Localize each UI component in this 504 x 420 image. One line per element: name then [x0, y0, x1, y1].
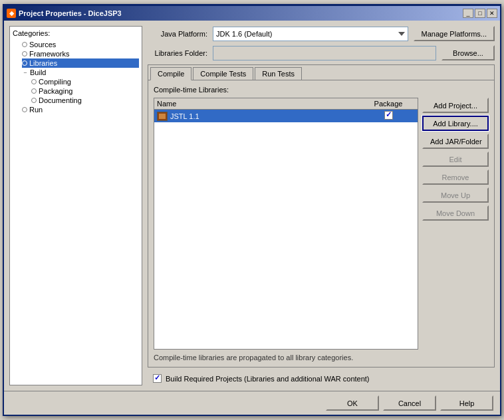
column-name: Name — [157, 100, 362, 108]
compile-time-label: Compile-time Libraries: — [154, 86, 489, 94]
library-panel: Name Package JSTL 1.1 — [154, 98, 489, 350]
tab-compile[interactable]: Compile — [150, 67, 191, 80]
row-name: JSTL 1.1 — [157, 112, 362, 121]
minimize-button[interactable]: _ — [463, 9, 473, 18]
sidebar-item-libraries-label: Libraries — [29, 59, 57, 67]
tab-run-tests[interactable]: Run Tests — [255, 67, 302, 80]
sidebar-item-documenting[interactable]: Documenting — [31, 96, 139, 105]
package-checkbox[interactable] — [384, 111, 393, 120]
table-body: JSTL 1.1 — [154, 110, 418, 349]
sidebar-item-sources[interactable]: Sources — [22, 40, 139, 49]
bullet-icon — [22, 60, 27, 66]
sidebar-item-frameworks-label: Frameworks — [29, 50, 70, 58]
sidebar-item-packaging-label: Packaging — [39, 87, 72, 95]
bullet-icon — [22, 107, 27, 112]
tabs-container: Compile Compile Tests Run Tests Compile-… — [148, 64, 495, 368]
titlebar: ◆ Project Properties - DiceJSP3 _ □ ✕ — [4, 6, 500, 21]
build-required-label: Build Required Projects (Libraries and a… — [166, 375, 370, 383]
folder-label: Libraries Folder: — [148, 49, 207, 57]
sidebar-item-sources-label: Sources — [29, 41, 56, 49]
ok-button[interactable]: OK — [326, 395, 379, 411]
library-buttons: Add Project... Add Library.... Add JAR/F… — [422, 98, 489, 350]
sidebar-item-documenting-label: Documenting — [39, 96, 82, 104]
cancel-button[interactable]: Cancel — [383, 395, 436, 411]
browse-button[interactable]: Browse... — [441, 45, 495, 60]
platform-row: Java Platform: JDK 1.6 (Default) Manage … — [148, 26, 495, 41]
sidebar-item-libraries[interactable]: Libraries — [22, 58, 139, 68]
tab-compile-tests[interactable]: Compile Tests — [193, 67, 253, 80]
manage-platforms-button[interactable]: Manage Platforms... — [414, 26, 495, 41]
bullet-icon — [22, 51, 27, 56]
titlebar-buttons: _ □ ✕ — [463, 9, 497, 18]
sidebar-item-run[interactable]: Run — [22, 105, 139, 114]
add-library-button[interactable]: Add Library.... — [422, 116, 489, 131]
main-panel: Java Platform: JDK 1.6 (Default) Manage … — [148, 26, 495, 385]
main-window: ◆ Project Properties - DiceJSP3 _ □ ✕ Ca… — [3, 4, 501, 416]
sidebar-item-build[interactable]: − Build — [22, 68, 139, 77]
column-package: Package — [362, 100, 415, 108]
add-project-button[interactable]: Add Project... — [422, 98, 489, 113]
bullet-icon — [22, 42, 27, 47]
close-button[interactable]: ✕ — [487, 9, 497, 18]
remove-button[interactable]: Remove — [422, 169, 489, 185]
sidebar-item-build-label: Build — [30, 68, 46, 76]
maximize-button[interactable]: □ — [475, 9, 485, 18]
sidebar-item-compiling-label: Compiling — [39, 78, 71, 86]
build-required-row: Build Required Projects (Libraries and a… — [148, 371, 495, 385]
window-icon: ◆ — [7, 9, 16, 18]
bottom-bar: OK Cancel Help — [4, 391, 500, 415]
folder-input[interactable] — [213, 46, 436, 60]
folder-row: Libraries Folder: Browse... — [148, 45, 495, 60]
sidebar: Categories: Sources Frameworks Libraries… — [9, 26, 142, 385]
build-required-checkbox[interactable] — [153, 374, 162, 383]
sidebar-item-compiling[interactable]: Compiling — [31, 77, 139, 86]
expand-icon: − — [22, 69, 29, 76]
bullet-icon — [31, 79, 37, 84]
sidebar-item-packaging[interactable]: Packaging — [31, 86, 139, 96]
bullet-icon — [31, 98, 37, 103]
move-up-button[interactable]: Move Up — [422, 187, 489, 203]
row-package — [362, 111, 415, 121]
sidebar-item-run-label: Run — [29, 106, 43, 114]
bullet-icon — [31, 88, 37, 94]
table-header: Name Package — [154, 98, 418, 110]
categories-label: Categories: — [13, 29, 139, 37]
library-table: Name Package JSTL 1.1 — [154, 98, 418, 350]
sidebar-item-frameworks[interactable]: Frameworks — [22, 49, 139, 58]
add-jar-folder-button[interactable]: Add JAR/Folder — [422, 134, 489, 149]
footer-text: Compile-time libraries are propagated to… — [154, 354, 489, 362]
library-icon — [157, 112, 168, 121]
tabs-content: Compile-time Libraries: Name Package — [148, 80, 494, 367]
window-title: Project Properties - DiceJSP3 — [19, 9, 460, 17]
move-down-button[interactable]: Move Down — [422, 205, 489, 221]
content-area: Categories: Sources Frameworks Libraries… — [4, 21, 500, 391]
edit-button[interactable]: Edit — [422, 152, 489, 167]
tabs-header: Compile Compile Tests Run Tests — [148, 65, 494, 80]
help-button[interactable]: Help — [440, 395, 493, 411]
platform-select[interactable]: JDK 1.6 (Default) — [213, 27, 408, 41]
table-row[interactable]: JSTL 1.1 — [154, 110, 418, 122]
platform-label: Java Platform: — [148, 30, 207, 38]
